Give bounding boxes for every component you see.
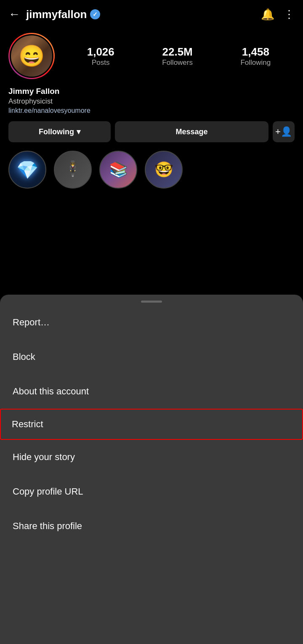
books-highlight-icon: 📚 [109, 161, 128, 178]
bio-section: Jimmy Fallon Astrophysicist linktr.ee/na… [8, 87, 295, 114]
avatar-wrapper[interactable]: 😄 [8, 33, 55, 79]
menu-item-about[interactable]: About this account [0, 374, 303, 409]
handle-bar [141, 301, 162, 303]
back-button[interactable]: ← [8, 8, 20, 21]
menu-item-copy-url[interactable]: Copy profile URL [0, 474, 303, 509]
following-count: 1,458 [240, 45, 271, 59]
sheet-handle [0, 295, 303, 305]
stats-section: 1,026 Posts 22.5M Followers 1,458 Follow… [63, 45, 295, 67]
menu-item-block[interactable]: Block [0, 340, 303, 374]
highlight-circle-2: 🕴️ [54, 151, 92, 189]
person-highlight-icon: 🕴️ [62, 160, 83, 180]
followers-label: Followers [162, 59, 193, 67]
verified-badge: ✓ [90, 9, 100, 19]
followers-stat[interactable]: 22.5M Followers [162, 45, 193, 67]
menu-item-share[interactable]: Share this profile [0, 509, 303, 543]
message-button[interactable]: Message [115, 121, 268, 142]
posts-count: 1,026 [87, 45, 114, 59]
diamond-icon: 💎 [16, 160, 38, 180]
following-button[interactable]: Following ▾ [8, 121, 111, 142]
avatar-inner: 😄 [10, 34, 53, 78]
more-options-icon[interactable]: ⋮ [284, 8, 295, 21]
bottom-sheet: Report… Block About this account Restric… [0, 295, 303, 644]
posts-stat[interactable]: 1,026 Posts [87, 45, 114, 67]
highlight-item-1[interactable]: 💎 [8, 151, 46, 189]
menu-item-restrict[interactable]: Restrict [0, 409, 303, 440]
profile-link[interactable]: linktr.ee/nanalovesyoumore [8, 107, 295, 114]
avatar: 😄 [11, 35, 52, 77]
highlight-item-3[interactable]: 📚 [99, 151, 137, 189]
profile-section: 😄 1,026 Posts 22.5M Followers 1,458 Foll… [0, 29, 303, 200]
highlight-item-2[interactable]: 🕴️ [54, 151, 92, 189]
followers-count: 22.5M [162, 45, 193, 59]
highlight-circle-1: 💎 [8, 151, 46, 189]
notification-icon[interactable]: 🔔 [261, 8, 274, 21]
highlight-circle-4: 🤓 [145, 151, 183, 189]
menu-item-report[interactable]: Report… [0, 305, 303, 340]
action-buttons: Following ▾ Message +👤 [8, 121, 295, 142]
add-person-icon: +👤 [275, 126, 292, 137]
profile-name: Jimmy Fallon [8, 87, 295, 96]
add-person-button[interactable]: +👤 [273, 121, 295, 142]
header: ← jimmyfallon ✓ 🔔 ⋮ [0, 0, 303, 29]
highlight-item-4[interactable]: 🤓 [145, 151, 183, 189]
username-text: jimmyfallon [26, 8, 87, 21]
profile-bio: Astrophysicist [8, 97, 295, 106]
highlights-row: 💎 🕴️ 📚 🤓 [8, 151, 295, 193]
header-icons: 🔔 ⋮ [261, 8, 295, 21]
highlight-circle-3: 📚 [99, 151, 137, 189]
profile-top: 😄 1,026 Posts 22.5M Followers 1,458 Foll… [8, 33, 295, 79]
menu-item-hide-story[interactable]: Hide your story [0, 440, 303, 474]
following-label: Following [240, 59, 271, 67]
chevron-down-icon: ▾ [77, 127, 80, 136]
following-label: Following [39, 128, 74, 136]
cartoon-highlight-icon: 🤓 [154, 161, 173, 178]
posts-label: Posts [92, 59, 110, 67]
following-stat[interactable]: 1,458 Following [240, 45, 271, 67]
message-label: Message [176, 128, 208, 136]
username-display: jimmyfallon ✓ [26, 8, 261, 21]
